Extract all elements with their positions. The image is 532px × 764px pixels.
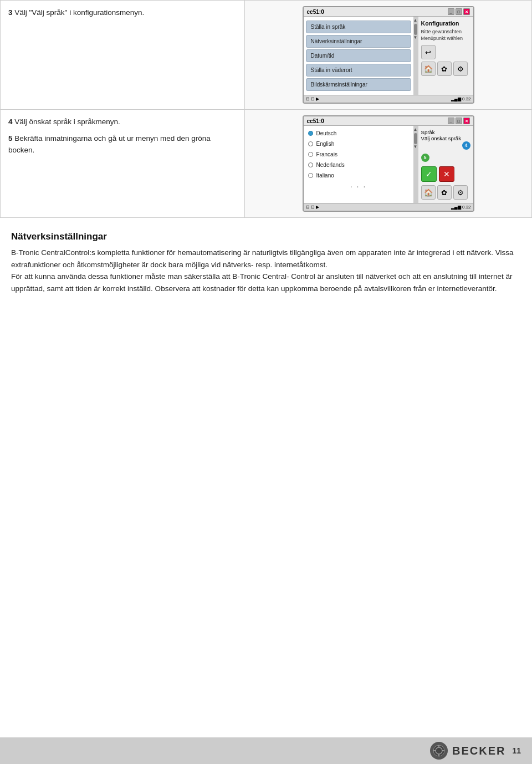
- scroll-up-2[interactable]: ▲: [413, 127, 418, 132]
- step5-badge: 5: [421, 154, 429, 162]
- section-body: B-Tronic CentralControl:s kompletta funk…: [11, 247, 521, 294]
- step3-label: 3: [8, 8, 13, 17]
- screen1-scrollbar: ▲ ▼: [413, 17, 418, 95]
- step4-label: 4: [8, 118, 13, 126]
- lang-item-francais[interactable]: Francais: [304, 149, 413, 160]
- gear-icon-btn-2[interactable]: ⚙: [453, 185, 468, 200]
- back-icon-btn-1[interactable]: ↩: [421, 45, 436, 59]
- status-icons-1: ⊟ ⊡ ▶: [306, 96, 319, 101]
- main-content: Nätverksinställningar B-Tronic CentralCo…: [0, 218, 532, 305]
- scroll-thumb-2: [414, 133, 417, 144]
- screen2-panel-title: Språk: [421, 129, 470, 135]
- screen1-menu: Ställa in språk Nätverksinställningar Da…: [304, 17, 413, 95]
- menu-item-bild[interactable]: Bildskärmsinställningar: [306, 78, 411, 91]
- screen2-panel-icons: 🏠 ✿ ⚙: [421, 185, 470, 200]
- scroll-thumb-1: [414, 24, 417, 35]
- radio-francais: [308, 152, 313, 157]
- footer-brand-text: BECKER: [452, 745, 505, 757]
- step45-text-cell: 4 Välj önskat språk i språkmenyn. 5 Bekr…: [1, 110, 245, 218]
- page-wrapper: 3 Välj "Välj språk" i konfigurationsmeny…: [0, 0, 532, 764]
- radio-deutsch: [308, 131, 313, 136]
- step5-screen-cell: cc51:0 _ □ ✕ Deutsch: [245, 110, 532, 218]
- scroll-down-1[interactable]: ▼: [413, 35, 418, 40]
- lang-label-italiano: Italiano: [316, 172, 334, 179]
- gear-icon-btn-1[interactable]: ⚙: [453, 62, 468, 76]
- win-controls-1: _ □ ✕: [448, 8, 470, 15]
- lang-item-italiano[interactable]: Italiano: [304, 170, 413, 181]
- lang-item-english[interactable]: English: [304, 139, 413, 149]
- screen2-titlebar: cc51:0 _ □ ✕: [304, 116, 473, 126]
- language-list: Deutsch English Francais: [304, 126, 413, 203]
- screen2-statusbar: ⊟ ⊡ ▶ ▂▄▆ 0.32: [304, 203, 473, 211]
- screen1-statusbar: ⊟ ⊡ ▶ ▂▄▆ 0.32: [304, 95, 473, 103]
- screen1-panel: Konfiguration Bitte gewünschten Menüpunk…: [418, 17, 473, 95]
- screen1-panel-title: Konfiguration: [421, 20, 470, 27]
- minimize-btn-1[interactable]: _: [448, 8, 454, 15]
- lang-label-francais: Francais: [316, 151, 337, 157]
- screen1-titlebar: cc51:0 _ □ ✕: [304, 7, 473, 17]
- menu-item-väder[interactable]: Ställa in väderort: [306, 64, 411, 77]
- lang-label-english: English: [316, 141, 335, 147]
- flower-icon-btn-2[interactable]: ✿: [437, 185, 452, 200]
- win-controls-2: _ □ ✕: [448, 118, 470, 124]
- screen1-body: Ställa in språk Nätverksinställningar Da…: [304, 17, 473, 95]
- screen2-body: Deutsch English Francais: [304, 126, 473, 203]
- action-buttons: ✓ ✕: [421, 166, 470, 182]
- minimize-btn-2[interactable]: _: [448, 118, 454, 124]
- step3-text-cell: 3 Välj "Välj språk" i konfigurationsmeny…: [1, 1, 245, 110]
- lang-item-nederlands[interactable]: Nederlands: [304, 160, 413, 170]
- device-screen-2: cc51:0 _ □ ✕ Deutsch: [303, 115, 474, 212]
- screen2-scrollbar: ▲ ▼: [413, 126, 418, 203]
- page-footer: BECKER 11: [0, 737, 532, 764]
- screen1-panel-icons: ↩: [421, 45, 470, 59]
- status-icons-2: ⊟ ⊡ ▶: [306, 205, 319, 210]
- page-number: 11: [512, 746, 521, 755]
- step5-instruction: Bekräfta inmatningarna och gå ut ur meny…: [8, 134, 211, 154]
- close-btn-1[interactable]: ✕: [463, 8, 470, 15]
- screen2-title: cc51:0: [307, 118, 324, 124]
- signal-icon-2: ▂▄▆ 0.32: [451, 205, 470, 210]
- step4-badge: 4: [462, 141, 470, 150]
- lang-item-deutsch[interactable]: Deutsch: [304, 128, 413, 139]
- close-btn-2[interactable]: ✕: [463, 118, 470, 124]
- maximize-btn-1[interactable]: □: [456, 8, 462, 15]
- screen2-panel-desc: Välj önskat språk: [421, 135, 470, 141]
- screen1-panel-desc: Bitte gewünschten Menüpunkt wählen: [421, 29, 470, 42]
- instruction-table: 3 Välj "Välj språk" i konfigurationsmeny…: [0, 0, 532, 218]
- screen2-panel: Språk Välj önskat språk 4 5 ✓: [418, 126, 473, 203]
- scroll-up-1[interactable]: ▲: [413, 18, 418, 23]
- lang-label-nederlands: Nederlands: [316, 162, 345, 168]
- step3-screen-cell: cc51:0 _ □ ✕ Ställa in språk Nätverksins…: [245, 1, 532, 110]
- device-screen-1: cc51:0 _ □ ✕ Ställa in språk Nätverksins…: [303, 6, 474, 104]
- footer-logo: BECKER: [430, 742, 505, 760]
- step3-instruction: Välj "Välj språk" i konfigurationsmenyn.: [14, 8, 144, 17]
- home-icon-btn-2[interactable]: 🏠: [421, 185, 436, 200]
- radio-italiano: [308, 173, 313, 178]
- menu-item-sprach[interactable]: Ställa in språk: [306, 21, 411, 33]
- step5-label: 5: [8, 134, 13, 142]
- becker-logo-icon: [430, 742, 448, 760]
- signal-icon-1: ▂▄▆ 0.32: [451, 96, 470, 101]
- screen1-title: cc51:0: [307, 9, 324, 15]
- section-title: Nätverksinställningar: [11, 231, 521, 242]
- cancel-btn[interactable]: ✕: [439, 166, 454, 182]
- menu-item-datum[interactable]: Datum/tid: [306, 49, 411, 62]
- flower-icon-btn-1[interactable]: ✿: [437, 62, 452, 76]
- confirm-btn[interactable]: ✓: [421, 166, 437, 182]
- screen1-panel-icons2: 🏠 ✿ ⚙: [421, 62, 470, 76]
- lang-label-deutsch: Deutsch: [316, 130, 337, 136]
- radio-english: [308, 141, 313, 146]
- menu-item-nätverks[interactable]: Nätverksinställningar: [306, 35, 411, 48]
- home-icon-btn-1[interactable]: 🏠: [421, 62, 436, 76]
- scroll-down-2[interactable]: ▼: [413, 144, 418, 149]
- step4-instruction: Välj önskat språk i språkmenyn.: [14, 118, 120, 126]
- radio-nederlands: [308, 162, 313, 167]
- more-languages-dots: · · ·: [304, 181, 413, 192]
- maximize-btn-2[interactable]: □: [456, 118, 462, 124]
